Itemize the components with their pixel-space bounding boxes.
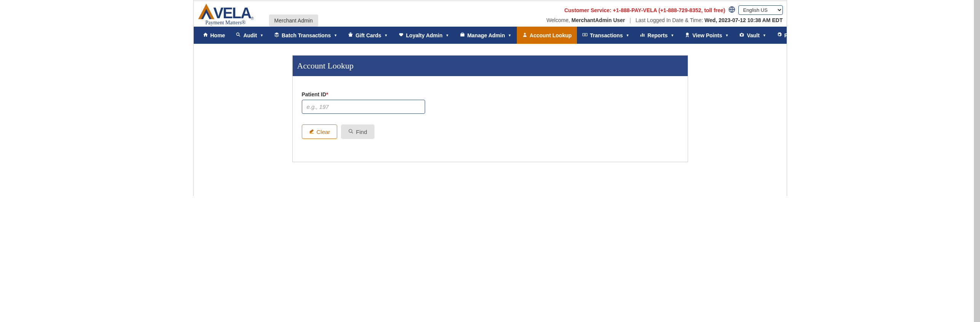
nav-label: Reports	[647, 32, 668, 38]
svg-point-8	[524, 33, 526, 35]
language-select[interactable]: English US	[738, 5, 783, 15]
search-icon	[236, 32, 241, 38]
eraser-icon	[309, 129, 314, 135]
vertical-scrollbar[interactable]	[974, 0, 980, 196]
patient-id-label: Patient ID*	[302, 91, 328, 97]
nav-label: Account Lookup	[530, 32, 572, 38]
caret-down-icon: ▼	[671, 33, 674, 37]
nav-label: Preferences	[784, 32, 815, 38]
svg-point-16	[741, 34, 743, 36]
caret-down-icon: ▼	[508, 33, 512, 37]
required-asterisk: *	[326, 91, 328, 97]
caret-down-icon: ▼	[763, 33, 766, 37]
button-row: Clear Find	[302, 124, 679, 139]
caret-down-icon: ▼	[446, 33, 449, 37]
caret-down-icon: ▼	[384, 33, 388, 37]
card-header: Account Lookup	[293, 56, 688, 76]
svg-point-10	[584, 34, 586, 35]
nav-label: Batch Transactions	[282, 32, 331, 38]
clear-button-label: Clear	[317, 129, 330, 135]
svg-rect-11	[641, 35, 641, 37]
header-right: Customer Service: +1-888-PAY-VELA (+1-88…	[547, 3, 783, 23]
registered-mark: ®	[251, 16, 253, 21]
nav-label: Manage Admin	[467, 32, 505, 38]
globe-icon[interactable]	[728, 6, 735, 14]
logo-tagline: Payment Matters®	[206, 20, 246, 26]
nav-batch-transactions[interactable]: Batch Transactions▼	[269, 27, 343, 44]
logo-triangle-icon	[198, 3, 215, 21]
gift-icon	[348, 32, 353, 38]
separator: |	[629, 17, 631, 23]
nav-logout[interactable]: Logout	[863, 27, 899, 44]
layers-icon	[274, 32, 279, 38]
caret-down-icon: ▼	[334, 33, 337, 37]
last-login-value: Wed, 2023-07-12 10:38 AM EDT	[704, 17, 782, 23]
clear-button[interactable]: Clear	[302, 124, 338, 139]
nav-label: Audit	[243, 32, 257, 38]
find-button[interactable]: Find	[341, 124, 374, 139]
nav-vault[interactable]: Vault▼	[734, 27, 771, 44]
header: VELA ® Payment Matters® Merchant Admin C…	[194, 2, 787, 27]
nav-label: Loyalty Admin	[406, 32, 443, 38]
customer-service-row: Customer Service: +1-888-PAY-VELA (+1-88…	[564, 5, 783, 15]
field-label-text: Patient ID	[302, 91, 327, 97]
nav-view-points[interactable]: View Points▼	[679, 27, 734, 44]
hand-icon	[832, 32, 837, 38]
nav-label: View Points	[692, 32, 722, 38]
svg-rect-7	[460, 33, 464, 37]
medal-icon	[398, 32, 404, 38]
magnifier-icon	[348, 129, 354, 135]
svg-rect-13	[644, 34, 644, 37]
nav-label: Gift Cards	[355, 32, 381, 38]
svg-point-17	[349, 129, 352, 132]
bars-icon	[640, 32, 645, 38]
svg-point-14	[686, 33, 689, 35]
home-icon	[203, 32, 208, 38]
welcome-prefix: Welcome,	[547, 17, 572, 23]
nav-gift-cards[interactable]: Gift Cards▼	[343, 27, 393, 44]
find-button-label: Find	[356, 129, 367, 135]
caret-down-icon: ▼	[725, 33, 729, 37]
nav-label: Vault	[747, 32, 759, 38]
svg-point-6	[400, 34, 402, 36]
nav-transactions[interactable]: Transactions▼	[577, 27, 634, 44]
caret-down-icon: ▼	[626, 33, 629, 37]
nav-label: Logout	[876, 32, 894, 38]
svg-point-1	[237, 33, 239, 35]
nav-label: Home	[210, 32, 225, 38]
briefcase-icon	[460, 32, 465, 38]
scrollbar-thumb[interactable]	[974, 0, 980, 196]
nav-loyalty-admin[interactable]: Loyalty Admin▼	[393, 27, 454, 44]
nav-preferences[interactable]: Preferences▼	[771, 27, 827, 44]
award-icon	[685, 32, 690, 38]
nav-account-lookup[interactable]: Account Lookup	[517, 27, 577, 44]
logo-text: VELA	[214, 5, 251, 21]
welcome-user: MerchantAdmin User	[572, 17, 625, 23]
last-login-label: Last Logged In Date & Time:	[636, 17, 704, 23]
svg-rect-12	[642, 33, 643, 37]
caret-down-icon: ▼	[818, 33, 821, 37]
nav-help[interactable]: Help▼	[827, 27, 863, 44]
welcome-line: Welcome, MerchantAdmin User | Last Logge…	[547, 17, 783, 23]
customer-service-text: Customer Service: +1-888-PAY-VELA (+1-88…	[564, 7, 725, 13]
nav-reports[interactable]: Reports▼	[634, 27, 679, 44]
money-icon	[582, 32, 588, 38]
camera-icon	[739, 32, 744, 38]
logo[interactable]: VELA ® Payment Matters®	[198, 3, 254, 26]
account-lookup-card: Account Lookup Patient ID* Clear	[292, 55, 688, 162]
card-body: Patient ID* Clear Find	[293, 76, 688, 162]
patient-id-input[interactable]	[302, 100, 425, 114]
svg-rect-9	[583, 33, 587, 36]
nav-home[interactable]: Home	[198, 27, 231, 44]
nav-label: Transactions	[590, 32, 623, 38]
nav-manage-admin[interactable]: Manage Admin▼	[454, 27, 517, 44]
navbar: HomeAudit▼Batch Transactions▼Gift Cards▼…	[194, 27, 787, 44]
content: Account Lookup Patient ID* Clear	[194, 44, 787, 177]
gear-icon	[777, 32, 782, 38]
role-badge: Merchant Admin	[269, 14, 318, 27]
nav-audit[interactable]: Audit▼	[230, 27, 269, 44]
caret-down-icon: ▼	[260, 33, 263, 37]
nav-label: Help	[840, 32, 851, 38]
caret-down-icon: ▼	[854, 33, 857, 37]
person-icon	[522, 32, 527, 38]
